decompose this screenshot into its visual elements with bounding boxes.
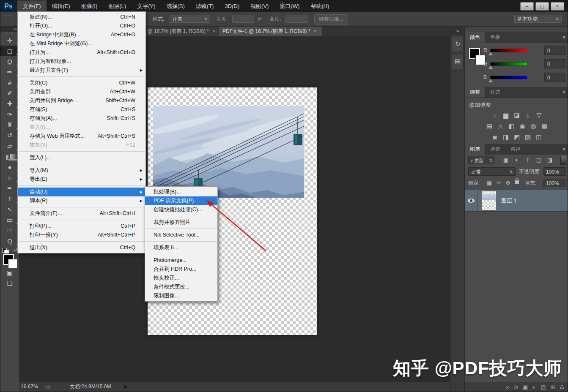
tab-styles[interactable]: 样式 <box>485 87 505 98</box>
fill-input[interactable]: 100% ▾ <box>543 179 566 187</box>
menu-image[interactable]: 图像(I) <box>76 0 103 12</box>
file-menu-item[interactable]: 在 Mini Bridge 中浏览(G)... <box>18 39 145 48</box>
panel-menu-icon[interactable]: ≡ <box>563 87 568 98</box>
tab-swatches[interactable]: 色板 <box>485 32 505 43</box>
hand-tool[interactable]: ☞ <box>0 225 19 236</box>
menu-window[interactable]: 窗口(W) <box>274 0 305 12</box>
filter-toggle[interactable] <box>560 156 566 165</box>
file-menu-item[interactable]: 导入(M) ▶ <box>18 166 145 175</box>
black-white-icon[interactable]: ◧ <box>506 122 517 130</box>
move-tool[interactable]: ✛ <box>0 35 19 46</box>
menu-3d[interactable]: 3D(D) <box>219 0 245 12</box>
file-menu-item[interactable]: 存储为 Web 所用格式... Alt+Shift+Ctrl+S <box>18 132 145 141</box>
layer-group-icon[interactable]: ▤ <box>541 382 546 392</box>
dodge-tool[interactable]: ○ <box>0 172 19 183</box>
link-layers-icon[interactable]: ∞ <box>505 382 509 392</box>
document-tab-2-active[interactable]: PDF文件-1 @ 16.7% (图层 1, RGB/8) * × <box>219 26 322 36</box>
menu-file[interactable]: 文件(F) <box>17 0 47 12</box>
rectangular-marquee-tool[interactable]: ◻ <box>0 46 19 56</box>
swap-colors-icon[interactable]: ⇄ <box>14 247 17 252</box>
clone-stamp-tool[interactable]: ♜ <box>0 120 19 130</box>
brush-tool[interactable]: ✑ <box>0 109 19 120</box>
close-button[interactable]: × <box>551 2 564 11</box>
hue-saturation-icon[interactable]: ▤ <box>484 122 495 130</box>
status-expand-icon[interactable]: ▶ <box>124 382 128 392</box>
tab-channels[interactable]: 通道 <box>485 144 505 155</box>
pen-tool[interactable]: ✒ <box>0 183 19 193</box>
style-select[interactable]: 正常 ⇅ <box>170 15 210 23</box>
zoom-level[interactable]: 16.67% <box>21 382 38 392</box>
zoom-tool[interactable]: Q <box>0 236 19 246</box>
invert-icon[interactable]: ◙ <box>489 133 500 141</box>
gradient-map-icon[interactable]: ◫ <box>533 133 544 141</box>
tab-layers[interactable]: 图层 <box>465 144 485 155</box>
submenu-item[interactable]: Nik Selective Tool... <box>145 231 217 240</box>
exposure-icon[interactable]: ± <box>522 112 533 119</box>
filter-adjustment-layers-icon[interactable]: ◐ <box>512 156 521 164</box>
width-input[interactable] <box>232 15 254 23</box>
filter-type-layers-icon[interactable]: T <box>523 156 532 164</box>
blue-slider-track[interactable] <box>490 76 527 79</box>
file-menu-item[interactable]: 打开为... Alt+Shift+Ctrl+O <box>18 48 145 57</box>
red-slider-track[interactable] <box>490 49 527 52</box>
lasso-tool[interactable]: Ϙ <box>0 56 19 67</box>
delete-layer-icon[interactable]: ♺ <box>560 382 565 392</box>
filter-shape-layers-icon[interactable]: ▢ <box>534 156 543 164</box>
red-value-input[interactable]: 0 <box>544 46 566 55</box>
visibility-cell[interactable] <box>465 190 478 211</box>
blend-mode-select[interactable]: 正常 ⇅ <box>468 167 516 176</box>
history-panel-button[interactable]: ↻ <box>452 37 464 52</box>
file-menu-item[interactable]: 导出(E) ▶ <box>18 175 145 184</box>
gradient-tool[interactable] <box>0 151 19 162</box>
minimize-button[interactable]: – <box>520 2 534 11</box>
submenu-item[interactable]: 镜头校正... <box>145 274 217 283</box>
tab-close-icon[interactable]: × <box>314 26 317 36</box>
rectangle-tool[interactable]: ▭ <box>0 215 19 225</box>
vibrance-icon[interactable]: ▽ <box>533 112 544 119</box>
file-menu-item[interactable]: 打开(O)... Ctrl+O <box>18 22 145 30</box>
file-menu-item[interactable]: 打开为智能对象... <box>18 57 145 66</box>
menu-select[interactable]: 选择(S) <box>161 0 190 12</box>
menu-help[interactable]: 帮助(H) <box>305 0 335 12</box>
selective-color-icon[interactable]: ▧ <box>522 133 533 141</box>
submenu-item[interactable]: 批处理(B)... <box>145 188 217 196</box>
filter-type-select[interactable]: ⌕ 类型 ⇅ <box>468 156 494 164</box>
quick-selection-tool[interactable]: ✏ <box>0 67 19 77</box>
crop-tool[interactable]: # <box>0 77 19 88</box>
blue-slider-thumb[interactable] <box>488 79 493 82</box>
brightness-contrast-icon[interactable]: ☼ <box>489 112 500 119</box>
file-menu-item[interactable]: 关闭(C) Ctrl+W <box>18 79 145 87</box>
file-menu-item[interactable]: 脚本(R) ▶ <box>18 196 145 205</box>
lock-all-icon[interactable] <box>515 180 519 184</box>
layer-name[interactable]: 图层 1 <box>501 190 517 211</box>
menu-layer[interactable]: 图层(L) <box>103 0 132 12</box>
tab-adjustments[interactable]: 调整 <box>465 87 485 98</box>
menu-filter[interactable]: 滤镜(T) <box>190 0 220 12</box>
file-menu-item[interactable]: 存储为(A)... Shift+Ctrl+S <box>18 114 145 123</box>
file-menu-item[interactable]: 恢复(V) F12 <box>18 141 145 150</box>
screen-mode-button[interactable]: ❏ <box>0 278 19 289</box>
green-slider-thumb[interactable] <box>488 65 493 69</box>
red-slider-thumb[interactable] <box>488 52 493 55</box>
layer-style-icon[interactable]: fx <box>514 382 518 392</box>
menu-edit[interactable]: 编辑(E) <box>47 0 76 12</box>
file-menu-item[interactable]: 退出(X) Ctrl+Q <box>18 243 145 252</box>
levels-icon[interactable]: ▆ <box>500 112 511 119</box>
menu-type[interactable]: 文字(Y) <box>132 0 161 12</box>
file-menu-item[interactable]: 在 Bridge 中浏览(B)... Alt+Ctrl+O <box>18 30 145 39</box>
channel-mixer-icon[interactable]: ◍ <box>528 122 539 130</box>
height-input[interactable] <box>285 15 307 23</box>
opacity-input[interactable]: 100% ▾ <box>543 167 566 176</box>
history-brush-tool[interactable]: ↺ <box>0 130 19 141</box>
file-menu-item[interactable]: 关闭并转到 Bridge... Shift+Ctrl+W <box>18 96 145 105</box>
color-lookup-icon[interactable]: ▦ <box>539 122 550 130</box>
file-menu-item[interactable]: 新建(N)... Ctrl+N <box>18 13 145 22</box>
layer-thumbnail[interactable] <box>482 191 496 210</box>
refine-edge-button[interactable]: 调整边缘... <box>314 14 348 24</box>
panel-menu-icon[interactable]: ≡ <box>563 144 568 155</box>
tab-paths[interactable]: 路径 <box>505 144 526 155</box>
lock-transparency-icon[interactable]: ▦ <box>485 179 494 187</box>
panel-menu-icon[interactable]: ≡ <box>563 32 568 43</box>
green-slider-track[interactable] <box>490 62 527 66</box>
green-value-input[interactable]: 0 <box>544 59 566 68</box>
